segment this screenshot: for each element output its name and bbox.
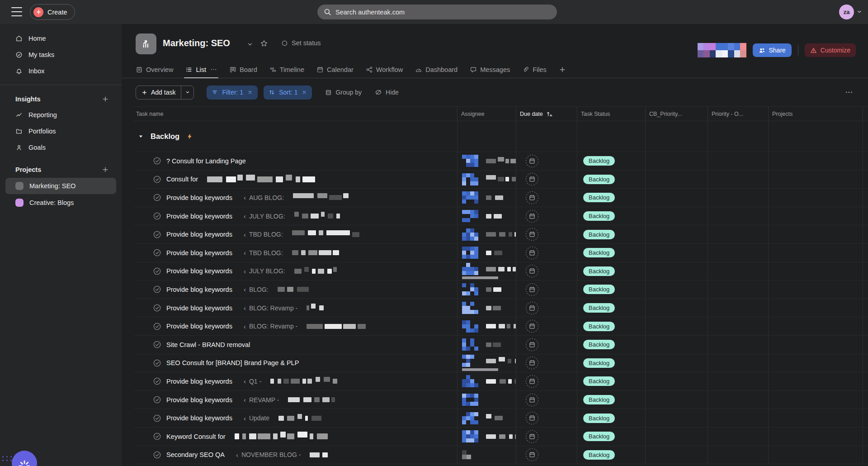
- task-complete-icon[interactable]: [153, 267, 161, 276]
- set-due-date-icon[interactable]: [525, 191, 539, 204]
- assignee-cell[interactable]: [458, 391, 516, 409]
- assignee-cell[interactable]: [458, 317, 516, 335]
- assignee-cell[interactable]: [458, 225, 516, 243]
- column-header-due-date[interactable]: Due date: [516, 107, 577, 121]
- projects-cell[interactable]: [769, 152, 863, 170]
- parent-task-crumb[interactable]: ‹TBD BLOG:: [244, 249, 283, 257]
- task-title[interactable]: Provide blog keywords: [166, 267, 232, 275]
- priority-o-cell[interactable]: [708, 446, 769, 464]
- status-badge[interactable]: Backlog: [583, 303, 615, 313]
- assignee-cell[interactable]: [458, 409, 516, 427]
- table-row[interactable]: Provide blog keywords‹BLOG: Revamp -Back…: [134, 299, 868, 318]
- task-complete-icon[interactable]: [153, 432, 161, 441]
- parent-task-crumb[interactable]: ‹BLOG: Revamp -: [244, 304, 297, 312]
- parent-task-crumb[interactable]: ‹JULY BLOG:: [244, 212, 285, 220]
- task-status-cell[interactable]: Backlog: [577, 171, 646, 189]
- column-header-task-name[interactable]: Task name: [134, 107, 458, 121]
- set-due-date-icon[interactable]: [525, 356, 539, 370]
- assignee-cell[interactable]: [458, 262, 516, 281]
- priority-o-cell[interactable]: [708, 152, 769, 170]
- column-header-cb-priority[interactable]: CB_Priority...: [646, 107, 708, 121]
- priority-o-cell[interactable]: [708, 409, 769, 427]
- status-badge[interactable]: Backlog: [583, 285, 615, 294]
- task-title[interactable]: Provide blog keywords: [166, 304, 232, 312]
- status-badge[interactable]: Backlog: [583, 266, 615, 276]
- due-date-cell[interactable]: [516, 281, 577, 299]
- cb-priority-cell[interactable]: [646, 281, 708, 299]
- set-due-date-icon[interactable]: [525, 228, 539, 241]
- status-badge[interactable]: Backlog: [583, 230, 615, 239]
- projects-cell[interactable]: [769, 281, 863, 299]
- task-name-cell[interactable]: Secondary SEO QA‹NOVEMBER BLOG -: [134, 446, 458, 464]
- priority-o-cell[interactable]: [708, 244, 769, 262]
- task-name-cell[interactable]: Provide blog keywords‹BLOG: Revamp -: [134, 317, 458, 335]
- status-badge[interactable]: Backlog: [583, 211, 615, 221]
- task-status-cell[interactable]: Backlog: [577, 354, 646, 372]
- status-badge[interactable]: Backlog: [583, 156, 615, 166]
- due-date-cell[interactable]: [516, 152, 577, 170]
- priority-o-cell[interactable]: [708, 317, 769, 335]
- status-badge[interactable]: Backlog: [583, 395, 615, 404]
- task-title[interactable]: Provide blog keywords: [166, 249, 232, 257]
- column-header-projects[interactable]: Projects: [769, 107, 863, 121]
- sidebar-item-reporting[interactable]: Reporting: [0, 107, 122, 123]
- status-badge[interactable]: Backlog: [583, 175, 615, 184]
- projects-cell[interactable]: [769, 391, 863, 409]
- set-due-date-icon[interactable]: [525, 154, 539, 168]
- task-status-cell[interactable]: Backlog: [577, 372, 646, 390]
- assignee-cell[interactable]: [458, 336, 516, 354]
- sidebar-item-portfolios[interactable]: Portfolios: [0, 123, 122, 139]
- chevron-down-icon[interactable]: [856, 9, 863, 15]
- table-row[interactable]: Provide blog keywords‹Q1 -Backlog: [134, 372, 868, 391]
- add-task-main[interactable]: Add task: [136, 86, 181, 99]
- table-row[interactable]: Keyword Consult forBacklog: [134, 428, 868, 446]
- assignee-cell[interactable]: [458, 189, 516, 207]
- parent-task-crumb[interactable]: ‹REVAMP -: [244, 396, 279, 404]
- tab-workflow[interactable]: Workflow: [366, 61, 403, 78]
- task-title[interactable]: Provide blog keywords: [166, 194, 232, 201]
- cb-priority-cell[interactable]: [646, 207, 708, 225]
- favorite-star-icon[interactable]: [260, 39, 268, 48]
- set-due-date-icon[interactable]: [525, 172, 539, 186]
- task-title[interactable]: Consult for: [166, 176, 198, 183]
- sidebar-section-insights[interactable]: Insights: [0, 91, 122, 107]
- priority-o-cell[interactable]: [708, 428, 769, 446]
- task-status-cell[interactable]: Backlog: [577, 446, 646, 464]
- assignee-cell[interactable]: [458, 281, 516, 299]
- share-button[interactable]: Share: [753, 43, 792, 57]
- tab-overview[interactable]: Overview: [136, 61, 173, 78]
- table-row[interactable]: Provide blog keywords‹BLOG:Backlog: [134, 281, 868, 299]
- set-due-date-icon[interactable]: [525, 209, 539, 223]
- group-by-button[interactable]: Group by: [325, 89, 362, 96]
- sort-chip[interactable]: Sort: 1: [264, 86, 312, 100]
- task-complete-icon[interactable]: [153, 414, 161, 423]
- sidebar-project-creative-blogs[interactable]: Creative: Blogs: [5, 195, 116, 211]
- task-name-cell[interactable]: SEO Consult for [BRAND] Brand Page & PLP: [134, 354, 458, 372]
- status-badge[interactable]: Backlog: [583, 322, 615, 331]
- projects-cell[interactable]: [769, 207, 863, 225]
- priority-o-cell[interactable]: [708, 189, 769, 207]
- due-date-cell[interactable]: [516, 262, 577, 281]
- task-name-cell[interactable]: Provide blog keywords‹AUG BLOG:: [134, 189, 458, 207]
- tab-messages[interactable]: Messages: [470, 61, 510, 78]
- set-due-date-icon[interactable]: [525, 264, 539, 278]
- set-due-date-icon[interactable]: [525, 246, 539, 260]
- projects-cell[interactable]: [769, 189, 863, 207]
- cb-priority-cell[interactable]: [646, 409, 708, 427]
- priority-o-cell[interactable]: [708, 299, 769, 317]
- cb-priority-cell[interactable]: [646, 299, 708, 317]
- sidebar-section-projects[interactable]: Projects: [0, 162, 122, 177]
- task-name-cell[interactable]: Site Crawl - BRAND removal: [134, 336, 458, 354]
- task-name-cell[interactable]: Provide blog keywords‹TBD BLOG:: [134, 244, 458, 262]
- priority-o-cell[interactable]: [708, 262, 769, 281]
- task-complete-icon[interactable]: [153, 285, 161, 294]
- due-date-cell[interactable]: [516, 446, 577, 464]
- task-title[interactable]: Provide blog keywords: [166, 286, 232, 293]
- task-complete-icon[interactable]: [153, 451, 161, 459]
- due-date-cell[interactable]: [516, 428, 577, 446]
- cb-priority-cell[interactable]: [646, 262, 708, 281]
- table-row[interactable]: ? Consult for Landing PageBacklog: [134, 152, 868, 171]
- table-row[interactable]: Provide blog keywords‹JULY BLOG:Backlog: [134, 262, 868, 281]
- close-icon[interactable]: [302, 90, 307, 95]
- parent-task-crumb[interactable]: ‹Update: [244, 414, 269, 422]
